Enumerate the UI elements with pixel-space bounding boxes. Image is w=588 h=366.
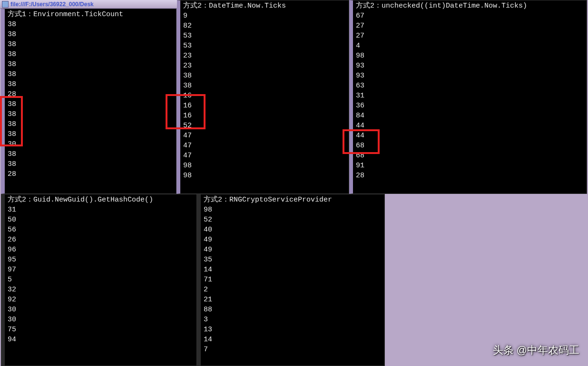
output-line: 98 bbox=[356, 51, 584, 61]
output-line: 53 bbox=[183, 31, 346, 41]
output-line: 27 bbox=[356, 21, 584, 31]
panel-title: 方式2：RNGCryptoServiceProvider bbox=[204, 195, 382, 205]
panel-inner: 方式1：Environment.TickCount 38383838383838… bbox=[5, 9, 176, 180]
output-line: 30 bbox=[8, 139, 173, 149]
output-line: 23 bbox=[183, 61, 346, 71]
page-icon bbox=[2, 1, 9, 8]
output-line: 63 bbox=[356, 81, 584, 91]
panel-title: 方式1：Environment.TickCount bbox=[8, 10, 173, 19]
output-line: 30 bbox=[8, 305, 194, 315]
panels-container: file:///F:/Users/36922_000/Desk 方式1：Envi… bbox=[0, 0, 588, 366]
watermark-text: 头条 @中年农码工 bbox=[493, 343, 579, 357]
output-line: 4 bbox=[356, 41, 584, 51]
output-line: 14 bbox=[204, 265, 382, 275]
panel-title: 方式2：unchecked((int)DateTime.Now.Ticks) bbox=[356, 1, 584, 11]
output-line: 28 bbox=[8, 89, 173, 99]
output-line: 38 bbox=[8, 149, 173, 159]
console-panel-rngcrypto[interactable]: 方式2：RNGCryptoServiceProvider 98524049493… bbox=[197, 194, 385, 366]
output-line: 38 bbox=[8, 109, 173, 119]
console-panel-unchecked-int-ticks[interactable]: 方式2：unchecked((int)DateTime.Now.Ticks) 6… bbox=[349, 0, 587, 194]
panel-inner: 方式2：Guid.NewGuid().GetHashCode() 3150562… bbox=[5, 194, 196, 346]
output-line: 38 bbox=[183, 81, 346, 91]
output-line: 9 bbox=[183, 11, 346, 21]
output-line: 91 bbox=[356, 161, 584, 171]
output-line: 16 bbox=[183, 91, 346, 101]
output-line: 28 bbox=[8, 169, 173, 179]
output-line: 30 bbox=[8, 315, 194, 325]
output-line: 50 bbox=[8, 215, 194, 225]
output-line: 97 bbox=[8, 265, 194, 275]
console-panel-environment-tickcount[interactable]: 方式1：Environment.TickCount 38383838383838… bbox=[1, 9, 176, 194]
output-line: 14 bbox=[204, 335, 382, 345]
output-line: 38 bbox=[8, 69, 173, 79]
output-line: 36 bbox=[356, 101, 584, 111]
output-lines: 315056269695975329230307594 bbox=[8, 205, 194, 345]
output-line: 40 bbox=[204, 225, 382, 235]
output-line: 98 bbox=[183, 171, 346, 181]
output-line: 71 bbox=[204, 275, 382, 285]
output-lines: 982535323233838161616524747479898 bbox=[183, 11, 346, 181]
output-line: 52 bbox=[204, 215, 382, 225]
output-line: 38 bbox=[8, 119, 173, 129]
output-line: 38 bbox=[8, 59, 173, 69]
output-line: 38 bbox=[8, 129, 173, 139]
output-line: 49 bbox=[204, 235, 382, 245]
output-line: 26 bbox=[8, 235, 194, 245]
output-line: 49 bbox=[204, 245, 382, 255]
output-line: 98 bbox=[204, 205, 382, 215]
output-line: 68 bbox=[356, 151, 584, 161]
panel-title: 方式2：DateTime.Now.Ticks bbox=[183, 1, 346, 11]
output-line: 93 bbox=[356, 71, 584, 81]
console-panel-guid-hashcode[interactable]: 方式2：Guid.NewGuid().GetHashCode() 3150562… bbox=[1, 194, 197, 366]
panel-inner: 方式2：unchecked((int)DateTime.Now.Ticks) 6… bbox=[353, 0, 587, 182]
output-line: 52 bbox=[183, 121, 346, 131]
output-line: 95 bbox=[8, 255, 194, 265]
output-line: 3 bbox=[204, 315, 382, 325]
output-line: 21 bbox=[204, 295, 382, 305]
output-line: 5 bbox=[8, 275, 194, 285]
output-line: 31 bbox=[8, 205, 194, 215]
output-line: 68 bbox=[356, 141, 584, 151]
output-line: 27 bbox=[356, 31, 584, 41]
output-lines: 672727498939363313684444468689128 bbox=[356, 11, 584, 181]
output-line: 23 bbox=[183, 51, 346, 61]
output-line: 56 bbox=[8, 225, 194, 235]
output-line: 38 bbox=[8, 19, 173, 29]
console-panel-datetime-now-ticks[interactable]: 方式2：DateTime.Now.Ticks 98253532323383816… bbox=[176, 0, 349, 194]
output-line: 88 bbox=[204, 305, 382, 315]
output-line: 31 bbox=[356, 91, 584, 101]
output-line: 38 bbox=[8, 49, 173, 59]
output-line: 82 bbox=[183, 21, 346, 31]
output-line: 84 bbox=[356, 111, 584, 121]
output-line: 38 bbox=[8, 79, 173, 89]
output-line: 32 bbox=[8, 285, 194, 295]
output-line: 2 bbox=[204, 285, 382, 295]
output-line: 44 bbox=[356, 131, 584, 141]
output-line: 98 bbox=[183, 161, 346, 171]
output-line: 38 bbox=[183, 71, 346, 81]
window-titlebar[interactable]: file:///F:/Users/36922_000/Desk bbox=[0, 0, 177, 9]
output-line: 38 bbox=[8, 159, 173, 169]
panel-inner: 方式2：RNGCryptoServiceProvider 98524049493… bbox=[201, 194, 384, 356]
output-line: 38 bbox=[8, 99, 173, 109]
output-line: 53 bbox=[183, 41, 346, 51]
output-lines: 985240494935147122188313147 bbox=[204, 205, 382, 355]
output-line: 16 bbox=[183, 111, 346, 121]
output-line: 94 bbox=[8, 335, 194, 345]
output-line: 67 bbox=[356, 11, 584, 21]
output-line: 7 bbox=[204, 345, 382, 355]
output-line: 38 bbox=[8, 29, 173, 39]
panel-inner: 方式2：DateTime.Now.Ticks 98253532323383816… bbox=[180, 0, 349, 182]
output-line: 47 bbox=[183, 131, 346, 141]
output-lines: 38383838383838283838383830383828 bbox=[8, 19, 173, 179]
output-line: 16 bbox=[183, 101, 346, 111]
output-line: 44 bbox=[356, 121, 584, 131]
output-line: 92 bbox=[8, 295, 194, 305]
output-line: 47 bbox=[183, 141, 346, 151]
output-line: 38 bbox=[8, 39, 173, 49]
url-text: file:///F:/Users/36922_000/Desk bbox=[10, 1, 94, 8]
panel-title: 方式2：Guid.NewGuid().GetHashCode() bbox=[8, 195, 194, 205]
output-line: 28 bbox=[356, 171, 584, 181]
output-line: 75 bbox=[8, 325, 194, 335]
output-line: 93 bbox=[356, 61, 584, 71]
